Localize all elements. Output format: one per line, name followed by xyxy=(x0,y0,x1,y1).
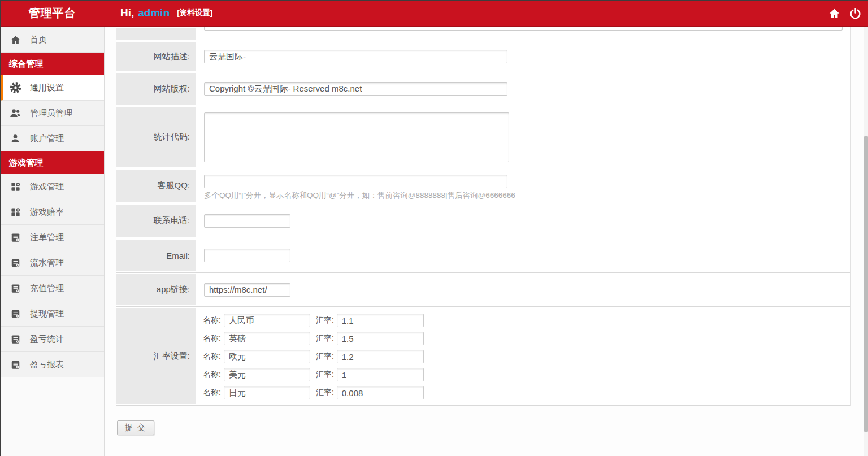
grid-icon xyxy=(9,206,21,218)
home-icon[interactable] xyxy=(828,7,840,19)
currency-rate-input[interactable] xyxy=(337,386,424,399)
field-label: Email: xyxy=(116,238,197,272)
ledger-icon xyxy=(9,231,21,244)
exchange-rate-row: 名称: 汇率: xyxy=(203,384,850,402)
sidebar-item-label: 盈亏报表 xyxy=(30,359,64,370)
field-label: 汇率设置: xyxy=(116,307,197,405)
email-input[interactable] xyxy=(204,249,290,262)
cropped-input[interactable] xyxy=(204,27,843,31)
site-description-input[interactable] xyxy=(204,50,507,63)
exchange-rate-row: 名称: 汇率: xyxy=(203,366,850,384)
sidebar-item-label: 充值管理 xyxy=(30,283,64,294)
sidebar-item-account-management[interactable]: 账户管理 xyxy=(0,126,104,151)
form-row-email: Email: xyxy=(116,238,850,273)
sidebar-item-game-management[interactable]: 游戏管理 xyxy=(0,174,104,199)
sidebar-item-home[interactable]: 首页 xyxy=(0,27,104,53)
sidebar-section-label: 综合管理 xyxy=(9,59,43,70)
window-top-edge xyxy=(0,0,868,1)
scrollbar-thumb[interactable] xyxy=(864,136,868,432)
currency-rate-input[interactable] xyxy=(337,332,424,345)
currency-name-input[interactable] xyxy=(224,350,310,363)
sidebar-item-label: 游戏管理 xyxy=(30,181,64,192)
currency-name-label: 名称: xyxy=(203,370,221,380)
service-qq-input[interactable] xyxy=(204,175,507,188)
scrollbar-track[interactable] xyxy=(864,27,868,456)
currency-rate-input[interactable] xyxy=(337,350,424,363)
power-icon[interactable] xyxy=(849,7,861,19)
gear-icon xyxy=(9,81,21,94)
sidebar-item-profit-report[interactable]: 盈亏报表 xyxy=(0,352,104,377)
field-label: app链接: xyxy=(116,273,197,306)
sidebar-item-admin-management[interactable]: 管理员管理 xyxy=(0,101,104,126)
form-row-app-link: app链接: xyxy=(116,273,850,307)
contact-phone-input[interactable] xyxy=(204,214,290,228)
field-label: 联系电话: xyxy=(116,203,197,238)
ledger-icon xyxy=(9,333,21,345)
sidebar-section-label: 游戏管理 xyxy=(9,158,43,168)
form-row-service-qq: 客服QQ: 多个QQ用“|”分开，显示名称和QQ用“@”分开，如：售前咨询@88… xyxy=(116,168,850,203)
currency-rate-label: 汇率: xyxy=(316,388,334,398)
profile-settings-link[interactable]: [资料设置] xyxy=(177,8,212,18)
stats-code-textarea[interactable] xyxy=(204,112,509,162)
ledger-icon xyxy=(9,282,21,294)
ledger-icon xyxy=(9,257,21,269)
sidebar-item-withdrawal-management[interactable]: 提现管理 xyxy=(0,301,104,327)
form-row-cropped xyxy=(116,27,850,41)
sidebar-section-general[interactable]: 综合管理 xyxy=(0,53,104,75)
sidebar-item-deposit-management[interactable]: 充值管理 xyxy=(0,276,104,301)
sidebar-item-label: 提现管理 xyxy=(30,309,64,319)
site-copyright-input[interactable] xyxy=(204,82,507,96)
service-qq-hint: 多个QQ用“|”分开，显示名称和QQ用“@”分开，如：售前咨询@8888888|… xyxy=(204,190,850,201)
grid-icon xyxy=(9,180,21,193)
field-label: 统计代码: xyxy=(116,106,197,168)
ledger-icon xyxy=(9,307,21,320)
form-row-stats-code: 统计代码: xyxy=(116,106,850,168)
sidebar-item-profit-stats[interactable]: 盈亏统计 xyxy=(0,327,104,352)
sidebar-item-general-settings[interactable]: 通用设置 xyxy=(0,75,104,101)
currency-rate-label: 汇率: xyxy=(316,333,334,344)
currency-rate-input[interactable] xyxy=(337,368,424,381)
currency-rate-label: 汇率: xyxy=(316,370,334,380)
users-icon xyxy=(9,107,21,119)
form-row-exchange-rates: 汇率设置: 名称: 汇率: 名称: 汇率: 名称: 汇率: xyxy=(116,307,850,406)
currency-name-label: 名称: xyxy=(203,333,221,344)
main-content: 网站描述: 网站版权: 统计代码: 客服QQ: 多个QQ用“|”分开，显示名称和… xyxy=(105,27,868,456)
currency-rate-input[interactable] xyxy=(337,314,424,327)
sidebar-item-bet-orders[interactable]: 注单管理 xyxy=(0,225,104,250)
submit-button[interactable]: 提 交 xyxy=(117,420,154,435)
currency-name-label: 名称: xyxy=(203,388,221,398)
home-icon xyxy=(9,33,21,46)
field-label: 客服QQ: xyxy=(116,168,197,203)
form-label-cell xyxy=(116,27,197,41)
sidebar-item-label: 游戏赔率 xyxy=(30,207,64,218)
sidebar-item-label: 盈亏统计 xyxy=(30,334,64,345)
currency-name-input[interactable] xyxy=(224,314,310,327)
currency-name-input[interactable] xyxy=(224,386,310,399)
sidebar-item-game-odds[interactable]: 游戏赔率 xyxy=(0,199,104,225)
sidebar-item-label: 流水管理 xyxy=(30,258,64,268)
sidebar-item-label: 管理员管理 xyxy=(30,108,72,119)
exchange-rate-row: 名称: 汇率: xyxy=(203,329,850,348)
sidebar-item-label: 注单管理 xyxy=(30,232,64,243)
user-icon xyxy=(9,132,21,145)
window-left-edge xyxy=(0,0,1,456)
sidebar-nav: 首页 综合管理 通用设置 管理员管理 xyxy=(0,27,105,456)
sidebar-item-label: 账户管理 xyxy=(30,133,64,144)
ledger-icon xyxy=(9,358,21,371)
username: admin xyxy=(138,7,170,19)
app-link-input[interactable] xyxy=(204,283,290,297)
exchange-rate-row: 名称: 汇率: xyxy=(203,311,850,329)
currency-name-input[interactable] xyxy=(224,368,310,381)
field-label: 网站版权: xyxy=(116,72,197,106)
sidebar-item-transaction-flow[interactable]: 流水管理 xyxy=(0,250,104,276)
form-row-site-description: 网站描述: xyxy=(116,41,850,72)
sidebar-section-games[interactable]: 游戏管理 xyxy=(0,151,104,174)
user-greeting: Hi, admin [资料设置] xyxy=(120,0,212,26)
header-actions xyxy=(828,0,861,26)
sidebar-item-label: 通用设置 xyxy=(30,82,64,93)
form-row-contact-phone: 联系电话: xyxy=(116,203,850,238)
currency-name-label: 名称: xyxy=(203,315,221,325)
settings-form: 网站描述: 网站版权: 统计代码: 客服QQ: 多个QQ用“|”分开，显示名称和… xyxy=(116,27,851,406)
sidebar-item-label: 首页 xyxy=(30,34,47,45)
currency-name-input[interactable] xyxy=(224,332,310,345)
